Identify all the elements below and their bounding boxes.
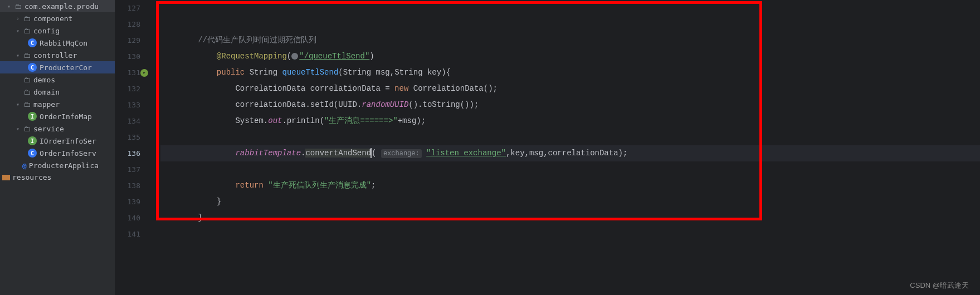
line-number[interactable]: 138 xyxy=(115,178,140,194)
method-highlighted: convertAndSend xyxy=(305,149,371,158)
cursor xyxy=(370,148,372,158)
code-line[interactable] xyxy=(160,0,980,16)
tree-label: IOrderInfoSer xyxy=(40,137,96,145)
code-line[interactable]: } xyxy=(160,210,980,226)
folder-icon: 🗀 xyxy=(22,14,31,23)
code-line[interactable]: System.out.println("生产消息======>"+msg); xyxy=(160,113,980,129)
tree-label: service xyxy=(33,125,64,133)
tree-folder-config[interactable]: ▾ 🗀 config xyxy=(0,24,115,37)
code-line[interactable] xyxy=(160,226,980,242)
code-comment: //代码生产队列时间过期死信队列 xyxy=(198,36,316,45)
tree-class-producterapp[interactable]: @ ProducterApplica xyxy=(0,159,115,171)
line-number[interactable]: 140 xyxy=(115,210,140,226)
method-name: queueTtlSend xyxy=(282,68,338,77)
tree-class-rabbitmqcon[interactable]: C RabbitMqCon xyxy=(0,37,115,49)
folder-icon: 🗀 xyxy=(22,100,31,109)
interface-icon: I xyxy=(28,136,37,145)
code-line[interactable]: correlationData.setId(UUID.randomUUID().… xyxy=(160,97,980,113)
chevron-down-icon: ▾ xyxy=(13,124,22,133)
string: "listen_exchange" xyxy=(426,149,506,158)
line-number[interactable]: 132 xyxy=(115,81,140,97)
code-line[interactable]: @RequestMapping("/queueTtlSend") xyxy=(160,48,980,65)
code-line[interactable] xyxy=(160,16,980,32)
code-line[interactable]: return "生产死信队列生产消息完成"; xyxy=(160,178,980,194)
line-number[interactable]: 141 xyxy=(115,226,140,242)
chevron-down-icon: ▾ xyxy=(13,100,22,109)
tree-label: mapper xyxy=(33,100,60,109)
line-number[interactable]: 131▸ xyxy=(115,65,140,81)
project-sidebar[interactable]: ▾ 🗀 com.example.produ › 🗀 component ▾ 🗀 … xyxy=(0,0,115,295)
line-number[interactable]: 134 xyxy=(115,113,140,129)
static-method: randomUUID xyxy=(362,100,408,109)
tree-label: demos xyxy=(33,76,55,84)
line-number[interactable]: 136 xyxy=(115,145,140,161)
tree-label: controller xyxy=(33,51,77,60)
line-number[interactable]: 137 xyxy=(115,161,140,178)
folder-icon: 🗀 xyxy=(22,88,31,96)
tree-folder-component[interactable]: › 🗀 component xyxy=(0,12,115,24)
string: "生产消息======>" xyxy=(324,116,398,125)
tree-label: domain xyxy=(33,88,60,96)
line-number[interactable]: 127 xyxy=(115,0,140,16)
folder-icon: 🗀 xyxy=(22,76,31,84)
chevron-placeholder xyxy=(13,75,22,84)
param-hint: exchange: xyxy=(381,149,422,158)
code-line[interactable]: public String queueTtlSend(String msg,St… xyxy=(160,65,980,81)
run-icon: @ xyxy=(22,161,27,170)
tree-label: ProducterCor xyxy=(40,63,92,72)
tree-interface-iorderinfoserv[interactable]: I IOrderInfoSer xyxy=(0,135,115,147)
tree-folder-domain[interactable]: 🗀 domain xyxy=(0,86,115,98)
code-line[interactable]: } xyxy=(160,194,980,210)
code-line-active[interactable]: rabbitTemplate.convertAndSend( exchange:… xyxy=(160,145,980,161)
keyword: public xyxy=(217,68,245,77)
chevron-placeholder xyxy=(13,161,22,170)
tree-label: RabbitMqCon xyxy=(40,39,87,47)
globe-icon xyxy=(291,53,298,60)
string-path: "/queueTtlSend" xyxy=(299,52,369,61)
tree-label: ProducterApplica xyxy=(29,161,99,170)
folder-icon: 🗀 xyxy=(22,27,31,35)
code-line[interactable] xyxy=(160,129,980,145)
folder-icon: 🗀 xyxy=(22,51,31,60)
field: out xyxy=(268,116,282,125)
line-number[interactable]: 129 xyxy=(115,32,140,48)
class-icon: C xyxy=(28,38,37,47)
tree-folder-mapper[interactable]: ▾ 🗀 mapper xyxy=(0,98,115,110)
line-number[interactable]: 139 xyxy=(115,194,140,210)
keyword: new xyxy=(394,84,408,93)
line-number[interactable]: 133 xyxy=(115,97,140,113)
line-number[interactable]: 128 xyxy=(115,16,140,32)
tree-folder-controller[interactable]: ▾ 🗀 controller xyxy=(0,49,115,61)
chevron-down-icon: ▾ xyxy=(13,26,22,35)
chevron-down-icon: ▾ xyxy=(4,2,13,11)
string: "生产死信队列生产消息完成" xyxy=(268,181,371,190)
annotation: @RequestMapping xyxy=(217,52,287,61)
tree-folder-service[interactable]: ▾ 🗀 service xyxy=(0,122,115,135)
tree-label: OrderInfoServ xyxy=(40,149,96,158)
line-number[interactable]: 130 xyxy=(115,48,140,65)
run-gutter-icon[interactable]: ▸ xyxy=(140,69,148,77)
tree-class-orderinfoserv[interactable]: C OrderInfoServ xyxy=(0,147,115,159)
class-icon: C xyxy=(28,63,37,72)
code-line[interactable]: //代码生产队列时间过期死信队列 xyxy=(160,32,980,48)
tree-label: OrderInfoMap xyxy=(40,112,92,121)
code-line[interactable]: CorrelationData correlationData = new Co… xyxy=(160,81,980,97)
gutter[interactable]: 127 128 129 130 131▸ 132 133 134 135 136… xyxy=(115,0,149,295)
editor-area: 127 128 129 130 131▸ 132 133 134 135 136… xyxy=(115,0,980,295)
code-line[interactable] xyxy=(160,161,980,178)
tree-resources[interactable]: resources xyxy=(0,171,115,183)
type: String xyxy=(250,68,277,77)
tree-package-root[interactable]: ▾ 🗀 com.example.produ xyxy=(0,0,115,12)
chevron-placeholder xyxy=(13,87,22,96)
code-editor[interactable]: //代码生产队列时间过期死信队列 @RequestMapping("/queue… xyxy=(149,0,980,295)
class-icon: C xyxy=(28,149,37,158)
line-number[interactable]: 135 xyxy=(115,129,140,145)
keyword: return xyxy=(235,181,263,190)
tree-interface-orderinfomap[interactable]: I OrderInfoMap xyxy=(0,110,115,122)
tree-folder-demos[interactable]: 🗀 demos xyxy=(0,73,115,86)
watermark: CSDN @暗武逢天 xyxy=(910,281,969,291)
folder-icon: 🗀 xyxy=(22,125,31,133)
tree-class-productercon[interactable]: C ProducterCor xyxy=(0,61,115,73)
chevron-right-icon: › xyxy=(13,14,22,23)
type: CorrelationData xyxy=(235,84,305,93)
